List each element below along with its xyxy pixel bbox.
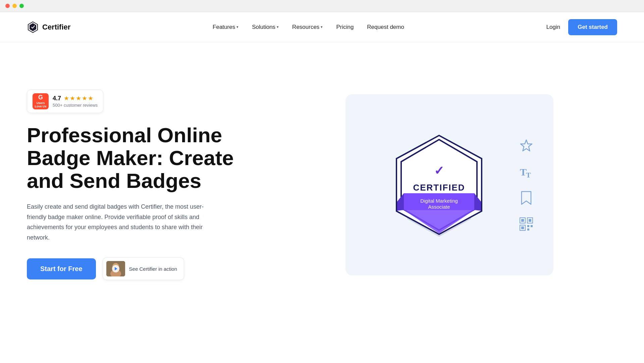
- svg-rect-25: [527, 225, 529, 227]
- logo[interactable]: Certifier: [27, 21, 70, 33]
- start-free-button[interactable]: Start for Free: [27, 258, 96, 279]
- bookmark-icon: [520, 191, 532, 205]
- g2-logo: G Users Love Us: [33, 93, 49, 109]
- logo-icon: [27, 21, 39, 33]
- star-1: ★: [64, 95, 69, 102]
- logo-text: Certifier: [42, 23, 70, 32]
- chevron-down-icon: ▾: [277, 25, 279, 29]
- svg-text:Digital Marketing: Digital Marketing: [420, 198, 458, 204]
- window-chrome: [0, 0, 644, 12]
- main-nav: Certifier Features ▾ Solutions ▾ Resourc…: [0, 12, 644, 42]
- svg-rect-24: [521, 226, 524, 229]
- svg-text:T: T: [526, 171, 531, 179]
- get-started-button[interactable]: Get started: [568, 19, 617, 35]
- svg-text:Associate: Associate: [428, 204, 450, 210]
- svg-rect-20: [521, 219, 524, 222]
- rating-score: 4.7 ★ ★ ★ ★ ★: [53, 95, 98, 102]
- login-button[interactable]: Login: [546, 24, 560, 31]
- badge-card: ✓ CERTIFIED Digital Marketing Associate …: [345, 94, 553, 275]
- hero-right: ✓ CERTIFIED Digital Marketing Associate …: [282, 94, 617, 275]
- star-4: ★: [82, 95, 87, 102]
- svg-rect-22: [529, 219, 531, 222]
- nav-links: Features ▾ Solutions ▾ Resources ▾ Prici…: [213, 24, 404, 31]
- svg-text:T: T: [520, 166, 527, 177]
- svg-text:CERTIFIED: CERTIFIED: [413, 183, 465, 193]
- video-cta-link[interactable]: See Certifier in action: [103, 257, 184, 280]
- video-label: See Certifier in action: [129, 266, 177, 272]
- maximize-button[interactable]: [19, 4, 24, 8]
- nav-item-features[interactable]: Features ▾: [213, 24, 238, 31]
- typography-icon: T T: [519, 165, 533, 179]
- nav-item-request-demo[interactable]: Request demo: [367, 24, 404, 31]
- video-thumbnail: [106, 261, 125, 276]
- star-5: ★: [88, 95, 93, 102]
- badge-visual: ✓ CERTIFIED Digital Marketing Associate: [372, 129, 506, 240]
- hero-cta: Start for Free See Certifier in action: [27, 257, 255, 280]
- nav-item-resources[interactable]: Resources ▾: [292, 24, 323, 31]
- chevron-down-icon: ▾: [321, 25, 323, 29]
- star-rating: ★ ★ ★ ★ ★: [64, 95, 93, 102]
- hex-badge-svg: ✓ CERTIFIED Digital Marketing Associate: [390, 129, 488, 240]
- chevron-down-icon: ▾: [236, 25, 238, 29]
- hero-description: Easily create and send digital badges wi…: [27, 202, 215, 243]
- star-icon: [519, 139, 533, 153]
- svg-rect-27: [527, 228, 529, 230]
- nav-item-pricing[interactable]: Pricing: [336, 24, 354, 31]
- play-icon: [112, 265, 119, 272]
- minimize-button[interactable]: [12, 4, 17, 8]
- rating-badge: G Users Love Us 4.7 ★ ★ ★ ★ ★ 500+ custo…: [27, 90, 103, 113]
- close-button[interactable]: [5, 4, 10, 8]
- svg-marker-16: [521, 140, 532, 151]
- hero-section: G Users Love Us 4.7 ★ ★ ★ ★ ★ 500+ custo…: [0, 42, 644, 327]
- hero-title: Professional Online Badge Maker: Create …: [27, 124, 255, 193]
- nav-item-solutions[interactable]: Solutions ▾: [252, 24, 279, 31]
- star-3: ★: [76, 95, 81, 102]
- hero-left: G Users Love Us 4.7 ★ ★ ★ ★ ★ 500+ custo…: [27, 90, 255, 280]
- badge-icons: T T: [519, 139, 533, 231]
- nav-actions: Login Get started: [546, 19, 617, 35]
- star-2: ★: [70, 95, 75, 102]
- svg-rect-26: [531, 225, 533, 227]
- svg-text:✓: ✓: [434, 164, 444, 177]
- rating-info: 4.7 ★ ★ ★ ★ ★ 500+ customer reviews: [53, 95, 98, 108]
- qr-code-icon: [519, 217, 533, 231]
